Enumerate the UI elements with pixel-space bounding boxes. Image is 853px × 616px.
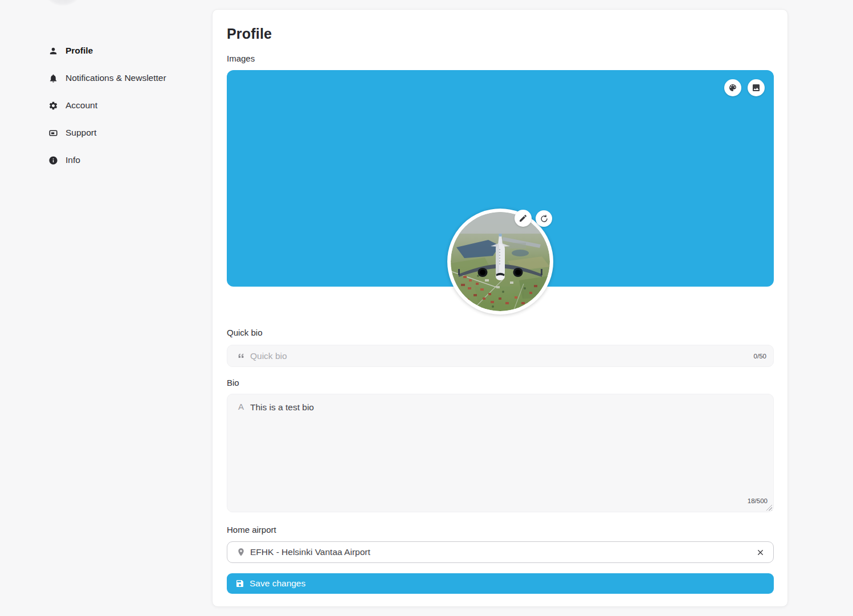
homeairport-field[interactable]: [227, 541, 774, 563]
quickbio-counter: 0/50: [754, 353, 766, 360]
pencil-icon: [519, 214, 528, 223]
bio-field[interactable]: A This is a test bio 18/500: [227, 394, 774, 512]
bio-label: Bio: [227, 378, 773, 388]
support-icon: [48, 128, 58, 138]
save-button-label: Save changes: [250, 578, 305, 589]
bio-textarea[interactable]: This is a test bio: [250, 402, 766, 498]
partial-logo: [47, 0, 79, 6]
sidebar-item-label: Support: [66, 128, 96, 138]
sidebar-item-label: Profile: [66, 46, 93, 56]
homeairport-label: Home airport: [227, 525, 773, 535]
settings-sidebar: Profile Notifications & Newsletter Accou…: [48, 37, 197, 174]
save-button[interactable]: Save changes: [227, 573, 774, 594]
page-title: Profile: [227, 26, 773, 42]
undo-icon: [540, 214, 549, 223]
resize-handle-icon[interactable]: [766, 504, 772, 511]
profile-settings-card: Profile Images: [212, 9, 788, 607]
sidebar-item-info[interactable]: Info: [48, 146, 197, 174]
clear-airport-button[interactable]: [752, 544, 769, 561]
banner-image-button[interactable]: [748, 79, 765, 96]
person-icon: [48, 46, 58, 56]
sidebar-item-label: Info: [66, 155, 80, 165]
sidebar-item-label: Account: [66, 100, 97, 111]
close-icon: [756, 548, 765, 557]
bell-icon: [48, 74, 58, 83]
edit-avatar-button[interactable]: [515, 210, 532, 227]
banner-color-button[interactable]: [724, 79, 741, 96]
quickbio-field[interactable]: 0/50: [227, 345, 774, 367]
avatar-photo: [451, 212, 550, 311]
quickbio-input[interactable]: [250, 351, 749, 361]
letter-a-icon: A: [236, 402, 246, 412]
image-icon: [752, 83, 761, 92]
sidebar-item-label: Notifications & Newsletter: [66, 73, 166, 83]
sidebar-item-account[interactable]: Account: [48, 92, 197, 119]
cover-banner[interactable]: [227, 70, 774, 287]
homeairport-input[interactable]: [250, 547, 752, 557]
save-icon: [235, 579, 244, 588]
avatar: [447, 209, 553, 315]
info-icon: [48, 156, 58, 165]
gear-icon: [48, 101, 58, 111]
reset-avatar-button[interactable]: [536, 210, 552, 227]
quickbio-label: Quick bio: [227, 328, 773, 338]
sidebar-item-support[interactable]: Support: [48, 119, 197, 146]
quote-icon: [236, 351, 246, 361]
pin-icon: [236, 547, 246, 557]
sidebar-item-profile[interactable]: Profile: [48, 37, 197, 64]
palette-icon: [728, 83, 737, 92]
bio-counter: 18/500: [748, 497, 768, 504]
images-label: Images: [227, 54, 773, 64]
sidebar-item-notifications[interactable]: Notifications & Newsletter: [48, 64, 197, 92]
